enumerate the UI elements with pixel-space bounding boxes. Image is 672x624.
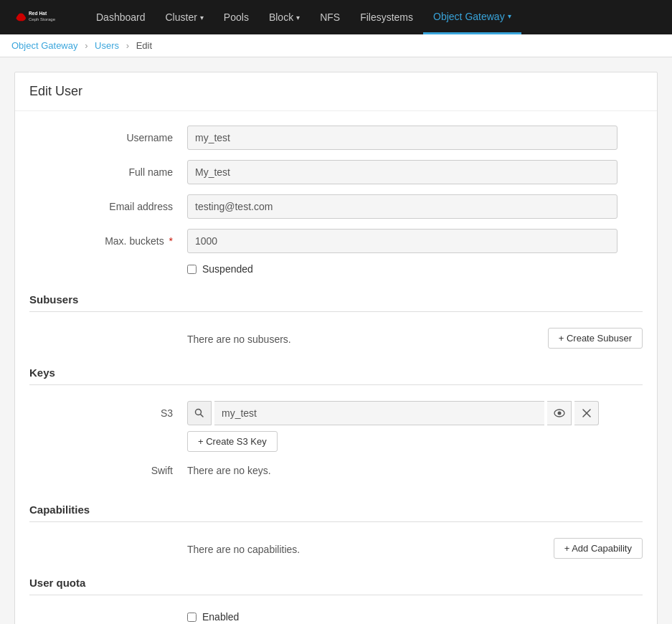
main-content: Edit User Username Full name Email addre… (0, 57, 672, 624)
capabilities-content: There are no capabilities. + Add Capabil… (29, 531, 643, 568)
s3-key-row: S3 (29, 401, 643, 425)
required-indicator: * (166, 235, 173, 247)
keys-section: S3 (29, 394, 643, 495)
s3-search-icon[interactable] (187, 401, 212, 425)
suspended-group: Suspended (187, 263, 643, 275)
swift-label: Swift (29, 465, 187, 476)
nav-nfs[interactable]: NFS (310, 0, 350, 34)
svg-text:Red Hat: Red Hat (29, 11, 47, 16)
max-buckets-label: Max. buckets * (29, 235, 187, 247)
fullname-group: Full name (29, 160, 643, 184)
object-gateway-caret-icon: ▾ (508, 12, 511, 20)
email-input[interactable] (187, 194, 617, 219)
swift-key-row: Swift There are no keys. (29, 459, 643, 482)
user-quota-section-header: User quota (29, 568, 643, 595)
capabilities-section-header: Capabilities (29, 495, 643, 522)
capabilities-action: + Add Capability (554, 538, 643, 559)
brand: Red Hat Ceph Storage (11, 6, 69, 29)
svg-line-4 (201, 415, 204, 417)
nav-filesystems[interactable]: Filesystems (350, 0, 423, 34)
capabilities-empty-message: There are no capabilities. (187, 538, 554, 561)
nav-block[interactable]: Block ▾ (259, 0, 310, 34)
subusers-content: There are no subusers. + Create Subuser (29, 321, 643, 358)
nav-dashboard[interactable]: Dashboard (86, 0, 156, 34)
block-caret-icon: ▾ (296, 14, 300, 22)
breadcrumb-edit: Edit (136, 40, 152, 51)
swift-empty-message: There are no keys. (187, 459, 271, 482)
email-label: Email address (29, 201, 187, 212)
user-quota-enabled-group: Enabled (187, 611, 643, 623)
username-label: Username (29, 132, 187, 143)
fullname-input[interactable] (187, 160, 617, 184)
suspended-checkbox[interactable] (187, 265, 197, 274)
breadcrumb-sep-1: › (85, 40, 87, 51)
create-s3-key-wrapper: + Create S3 Key (187, 431, 643, 452)
svg-text:Ceph Storage: Ceph Storage (29, 17, 56, 22)
suspended-label: Suspended (202, 263, 253, 275)
user-quota-content: Enabled (29, 604, 643, 624)
add-capability-button[interactable]: + Add Capability (554, 538, 643, 559)
max-buckets-input[interactable] (187, 229, 617, 253)
breadcrumb-object-gateway[interactable]: Object Gateway (11, 40, 78, 51)
fullname-label: Full name (29, 166, 187, 178)
edit-user-card: Edit User Username Full name Email addre… (14, 72, 658, 624)
s3-key-input[interactable] (214, 401, 544, 425)
svg-point-6 (557, 412, 561, 415)
username-input[interactable] (187, 126, 617, 150)
breadcrumb: Object Gateway › Users › Edit (0, 34, 672, 57)
email-group: Email address (29, 194, 643, 219)
s3-label: S3 (29, 407, 187, 419)
user-quota-enabled-checkbox[interactable] (187, 613, 197, 622)
s3-remove-key-button[interactable] (574, 401, 599, 425)
form-body: Username Full name Email address Max. bu… (15, 111, 657, 624)
keys-section-header: Keys (29, 358, 643, 385)
nav-cluster[interactable]: Cluster ▾ (156, 0, 214, 34)
breadcrumb-sep-2: › (126, 40, 129, 51)
breadcrumb-users[interactable]: Users (95, 40, 119, 51)
nav-pools[interactable]: Pools (214, 0, 259, 34)
navbar: Red Hat Ceph Storage Dashboard Cluster ▾… (0, 0, 672, 34)
subusers-action: + Create Subuser (548, 328, 643, 349)
username-group: Username (29, 126, 643, 150)
s3-show-key-button[interactable] (547, 401, 572, 425)
subusers-section-header: Subusers (29, 285, 643, 312)
nav-menu: Dashboard Cluster ▾ Pools Block ▾ NFS Fi… (86, 0, 521, 34)
create-subuser-button[interactable]: + Create Subuser (548, 328, 643, 349)
user-quota-enabled-label: Enabled (202, 611, 239, 623)
create-s3-key-button[interactable]: + Create S3 Key (187, 431, 278, 452)
s3-input-group (187, 401, 643, 425)
cluster-caret-icon: ▾ (200, 14, 204, 22)
subusers-empty-message: There are no subusers. (187, 328, 548, 351)
nav-object-gateway[interactable]: Object Gateway ▾ (423, 0, 521, 34)
max-buckets-group: Max. buckets * (29, 229, 643, 253)
page-title: Edit User (15, 72, 657, 111)
